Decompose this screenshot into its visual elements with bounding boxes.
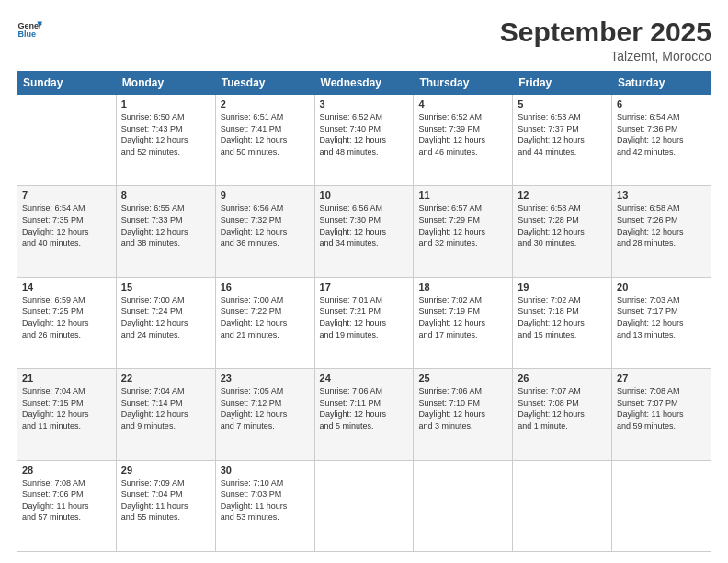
calendar-week-row: 7Sunrise: 6:54 AM Sunset: 7:35 PM Daylig… xyxy=(17,186,711,277)
day-number: 1 xyxy=(121,98,210,109)
calendar-week-row: 21Sunrise: 7:04 AM Sunset: 7:15 PM Dayli… xyxy=(17,369,711,460)
table-row: 4Sunrise: 6:52 AM Sunset: 7:39 PM Daylig… xyxy=(414,95,513,186)
day-info: Sunrise: 7:03 AM Sunset: 7:17 PM Dayligh… xyxy=(617,294,706,340)
day-info: Sunrise: 6:55 AM Sunset: 7:33 PM Dayligh… xyxy=(121,202,210,248)
day-number: 10 xyxy=(320,190,409,201)
day-info: Sunrise: 6:58 AM Sunset: 7:26 PM Dayligh… xyxy=(617,202,706,248)
day-number: 28 xyxy=(22,465,111,476)
day-number: 8 xyxy=(121,190,210,201)
table-row: 8Sunrise: 6:55 AM Sunset: 7:33 PM Daylig… xyxy=(116,186,215,277)
day-info: Sunrise: 7:06 AM Sunset: 7:10 PM Dayligh… xyxy=(418,385,507,431)
day-number: 23 xyxy=(221,373,310,384)
day-info: Sunrise: 6:59 AM Sunset: 7:25 PM Dayligh… xyxy=(22,294,111,340)
table-row: 29Sunrise: 7:09 AM Sunset: 7:04 PM Dayli… xyxy=(116,460,215,551)
table-row xyxy=(513,460,612,551)
day-info: Sunrise: 7:04 AM Sunset: 7:15 PM Dayligh… xyxy=(22,385,111,431)
day-info: Sunrise: 6:56 AM Sunset: 7:32 PM Dayligh… xyxy=(221,202,310,248)
day-number: 16 xyxy=(221,282,310,293)
day-number: 9 xyxy=(221,190,310,201)
col-monday: Monday xyxy=(116,72,215,95)
table-row: 26Sunrise: 7:07 AM Sunset: 7:08 PM Dayli… xyxy=(513,369,612,460)
title-block: September 2025 Talzemt, Morocco xyxy=(500,17,711,63)
table-row: 16Sunrise: 7:00 AM Sunset: 7:22 PM Dayli… xyxy=(215,277,314,368)
day-number: 11 xyxy=(418,190,507,201)
table-row: 19Sunrise: 7:02 AM Sunset: 7:18 PM Dayli… xyxy=(513,277,612,368)
col-tuesday: Tuesday xyxy=(215,72,314,95)
table-row: 17Sunrise: 7:01 AM Sunset: 7:21 PM Dayli… xyxy=(314,277,414,368)
calendar-header-row: Sunday Monday Tuesday Wednesday Thursday… xyxy=(17,72,711,95)
day-info: Sunrise: 7:05 AM Sunset: 7:12 PM Dayligh… xyxy=(221,385,310,431)
calendar-week-row: 1Sunrise: 6:50 AM Sunset: 7:43 PM Daylig… xyxy=(17,95,711,186)
day-info: Sunrise: 7:08 AM Sunset: 7:07 PM Dayligh… xyxy=(617,385,706,431)
table-row xyxy=(414,460,513,551)
table-row: 24Sunrise: 7:06 AM Sunset: 7:11 PM Dayli… xyxy=(314,369,414,460)
day-number: 13 xyxy=(617,190,706,201)
col-sunday: Sunday xyxy=(17,72,117,95)
col-thursday: Thursday xyxy=(414,72,513,95)
day-info: Sunrise: 6:50 AM Sunset: 7:43 PM Dayligh… xyxy=(121,111,210,157)
table-row: 5Sunrise: 6:53 AM Sunset: 7:37 PM Daylig… xyxy=(513,95,612,186)
day-info: Sunrise: 7:00 AM Sunset: 7:22 PM Dayligh… xyxy=(221,294,310,340)
day-number: 17 xyxy=(320,282,409,293)
table-row: 22Sunrise: 7:04 AM Sunset: 7:14 PM Dayli… xyxy=(116,369,215,460)
subtitle: Talzemt, Morocco xyxy=(500,49,711,63)
table-row: 10Sunrise: 6:56 AM Sunset: 7:30 PM Dayli… xyxy=(314,186,414,277)
day-number: 2 xyxy=(221,98,310,109)
day-info: Sunrise: 7:04 AM Sunset: 7:14 PM Dayligh… xyxy=(121,385,210,431)
day-info: Sunrise: 7:10 AM Sunset: 7:03 PM Dayligh… xyxy=(221,477,310,523)
table-row xyxy=(17,95,117,186)
day-info: Sunrise: 7:09 AM Sunset: 7:04 PM Dayligh… xyxy=(121,477,210,523)
day-info: Sunrise: 6:52 AM Sunset: 7:40 PM Dayligh… xyxy=(320,111,409,157)
table-row: 2Sunrise: 6:51 AM Sunset: 7:41 PM Daylig… xyxy=(215,95,314,186)
table-row: 25Sunrise: 7:06 AM Sunset: 7:10 PM Dayli… xyxy=(414,369,513,460)
day-info: Sunrise: 6:54 AM Sunset: 7:36 PM Dayligh… xyxy=(617,111,706,157)
table-row: 21Sunrise: 7:04 AM Sunset: 7:15 PM Dayli… xyxy=(17,369,117,460)
calendar-week-row: 14Sunrise: 6:59 AM Sunset: 7:25 PM Dayli… xyxy=(17,277,711,368)
main-title: September 2025 xyxy=(500,17,711,47)
page: General Blue September 2025 Talzemt, Mor… xyxy=(0,0,728,563)
day-info: Sunrise: 7:06 AM Sunset: 7:11 PM Dayligh… xyxy=(320,385,409,431)
table-row: 1Sunrise: 6:50 AM Sunset: 7:43 PM Daylig… xyxy=(116,95,215,186)
table-row: 14Sunrise: 6:59 AM Sunset: 7:25 PM Dayli… xyxy=(17,277,117,368)
day-info: Sunrise: 6:58 AM Sunset: 7:28 PM Dayligh… xyxy=(518,202,607,248)
day-number: 15 xyxy=(121,282,210,293)
day-number: 22 xyxy=(121,373,210,384)
table-row: 20Sunrise: 7:03 AM Sunset: 7:17 PM Dayli… xyxy=(612,277,711,368)
table-row: 6Sunrise: 6:54 AM Sunset: 7:36 PM Daylig… xyxy=(612,95,711,186)
day-number: 3 xyxy=(320,98,409,109)
day-info: Sunrise: 6:56 AM Sunset: 7:30 PM Dayligh… xyxy=(320,202,409,248)
logo: General Blue xyxy=(17,17,42,42)
day-info: Sunrise: 7:02 AM Sunset: 7:18 PM Dayligh… xyxy=(518,294,607,340)
day-info: Sunrise: 6:52 AM Sunset: 7:39 PM Dayligh… xyxy=(418,111,507,157)
table-row: 15Sunrise: 7:00 AM Sunset: 7:24 PM Dayli… xyxy=(116,277,215,368)
table-row xyxy=(314,460,414,551)
table-row: 3Sunrise: 6:52 AM Sunset: 7:40 PM Daylig… xyxy=(314,95,414,186)
table-row: 7Sunrise: 6:54 AM Sunset: 7:35 PM Daylig… xyxy=(17,186,117,277)
day-number: 30 xyxy=(221,465,310,476)
table-row: 30Sunrise: 7:10 AM Sunset: 7:03 PM Dayli… xyxy=(215,460,314,551)
day-info: Sunrise: 6:57 AM Sunset: 7:29 PM Dayligh… xyxy=(418,202,507,248)
day-number: 7 xyxy=(22,190,111,201)
table-row: 28Sunrise: 7:08 AM Sunset: 7:06 PM Dayli… xyxy=(17,460,117,551)
col-wednesday: Wednesday xyxy=(314,72,414,95)
day-number: 21 xyxy=(22,373,111,384)
table-row: 23Sunrise: 7:05 AM Sunset: 7:12 PM Dayli… xyxy=(215,369,314,460)
table-row: 11Sunrise: 6:57 AM Sunset: 7:29 PM Dayli… xyxy=(414,186,513,277)
day-number: 12 xyxy=(518,190,607,201)
header: General Blue September 2025 Talzemt, Mor… xyxy=(17,17,711,63)
day-number: 4 xyxy=(418,98,507,109)
day-number: 27 xyxy=(617,373,706,384)
day-info: Sunrise: 7:02 AM Sunset: 7:19 PM Dayligh… xyxy=(418,294,507,340)
day-info: Sunrise: 6:51 AM Sunset: 7:41 PM Dayligh… xyxy=(221,111,310,157)
calendar-week-row: 28Sunrise: 7:08 AM Sunset: 7:06 PM Dayli… xyxy=(17,460,711,551)
day-number: 24 xyxy=(320,373,409,384)
day-info: Sunrise: 7:00 AM Sunset: 7:24 PM Dayligh… xyxy=(121,294,210,340)
day-number: 26 xyxy=(518,373,607,384)
day-number: 25 xyxy=(418,373,507,384)
day-number: 29 xyxy=(121,465,210,476)
day-number: 19 xyxy=(518,282,607,293)
table-row: 13Sunrise: 6:58 AM Sunset: 7:26 PM Dayli… xyxy=(612,186,711,277)
day-info: Sunrise: 7:07 AM Sunset: 7:08 PM Dayligh… xyxy=(518,385,607,431)
table-row: 27Sunrise: 7:08 AM Sunset: 7:07 PM Dayli… xyxy=(612,369,711,460)
col-friday: Friday xyxy=(513,72,612,95)
